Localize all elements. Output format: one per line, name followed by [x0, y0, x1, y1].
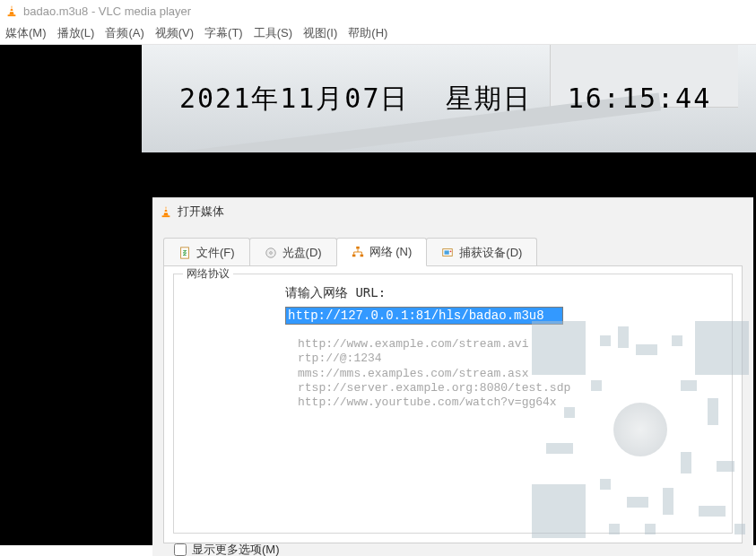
tab-disc-label: 光盘(D)	[282, 245, 322, 261]
dialog-titlebar: 打开媒体	[152, 198, 753, 225]
vlc-cone-icon	[5, 4, 18, 17]
svg-rect-7	[164, 212, 168, 213]
fieldset-legend: 网络协议	[183, 266, 233, 282]
overlay-weekday: 星期日	[446, 83, 532, 114]
video-overlay-timestamp: 2021年11月07日 星期日 16:15:44	[179, 81, 747, 117]
svg-rect-3	[10, 11, 13, 12]
tab-file-label: 文件(F)	[196, 245, 235, 261]
menu-playback[interactable]: 播放(L)	[57, 25, 95, 41]
show-more-options[interactable]: 显示更多选项(M)	[174, 542, 280, 556]
svg-point-10	[269, 251, 272, 254]
window-title: badao.m3u8 - VLC media player	[23, 4, 191, 18]
menu-subtitle[interactable]: 字幕(T)	[204, 25, 243, 41]
qr-watermark	[528, 317, 752, 542]
capture-icon	[441, 247, 454, 259]
show-more-options-label: 显示更多选项(M)	[192, 542, 280, 556]
overlay-date: 2021年11月07日	[179, 83, 410, 114]
svg-rect-12	[352, 255, 356, 257]
network-icon	[352, 246, 364, 258]
tab-file[interactable]: 文件(F)	[163, 238, 250, 266]
url-prompt-label: 请输入网络 URL:	[187, 285, 719, 301]
svg-marker-0	[9, 5, 13, 15]
menu-help[interactable]: 帮助(H)	[348, 25, 387, 41]
menu-audio[interactable]: 音频(A)	[105, 25, 143, 41]
network-url-input[interactable]	[285, 307, 563, 325]
show-more-options-checkbox[interactable]	[174, 543, 187, 556]
svg-rect-5	[162, 215, 170, 217]
tab-capture[interactable]: 捕获设备(D)	[426, 238, 537, 266]
tab-network-label: 网络 (N)	[369, 244, 413, 260]
video-area: 2021年11月07日 星期日 16:15:44 打开媒体 文件(F) 光盘(D…	[0, 45, 756, 545]
svg-marker-4	[163, 206, 168, 216]
svg-rect-6	[164, 209, 167, 210]
menu-view[interactable]: 视图(I)	[303, 25, 337, 41]
menu-media[interactable]: 媒体(M)	[5, 25, 47, 41]
disc-icon	[265, 247, 277, 259]
svg-rect-1	[8, 14, 16, 16]
tab-disc[interactable]: 光盘(D)	[249, 238, 337, 266]
menubar: 媒体(M) 播放(L) 音频(A) 视频(V) 字幕(T) 工具(S) 视图(I…	[0, 22, 756, 45]
svg-rect-2	[10, 8, 13, 9]
svg-rect-15	[445, 250, 449, 254]
vlc-cone-icon	[160, 205, 172, 218]
svg-point-16	[450, 250, 452, 252]
svg-rect-13	[360, 255, 363, 257]
window-titlebar: badao.m3u8 - VLC media player	[0, 0, 756, 22]
svg-rect-11	[356, 247, 360, 249]
menu-video[interactable]: 视频(V)	[155, 25, 194, 41]
menu-tools[interactable]: 工具(S)	[254, 25, 292, 41]
file-icon	[178, 247, 191, 259]
dialog-title: 打开媒体	[178, 204, 224, 220]
tab-network[interactable]: 网络 (N)	[336, 238, 428, 266]
tab-capture-label: 捕获设备(D)	[459, 245, 522, 261]
dialog-tabbar: 文件(F) 光盘(D) 网络 (N) 捕获设备(D)	[152, 225, 753, 266]
overlay-time: 16:15:44	[568, 83, 712, 114]
